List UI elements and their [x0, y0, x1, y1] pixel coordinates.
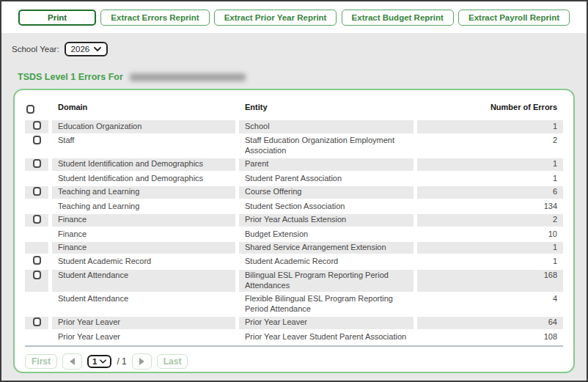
chevron-down-icon [94, 47, 101, 51]
table-row: FinanceBudget Extension10 [25, 228, 563, 240]
entity-column-header: Entity [239, 100, 414, 119]
row-checkbox[interactable] [33, 121, 41, 130]
row-checkbox[interactable] [33, 187, 41, 196]
number-of-errors-cell: 1 [417, 255, 563, 268]
table-row: Teaching and LearningStudent Section Ass… [25, 200, 563, 213]
entity-cell: Course Offering [239, 186, 414, 199]
previous-page-button[interactable] [62, 353, 82, 370]
entity-cell: Parent [239, 158, 414, 172]
domain-cell: Teaching and Learning [52, 200, 235, 213]
select-all-checkbox[interactable] [26, 105, 34, 114]
number-of-errors-cell: 1 [417, 242, 563, 254]
table-row: Student Identification and DemographicsP… [25, 158, 563, 172]
entity-cell: School [239, 120, 414, 133]
school-year-select[interactable]: 2026 [65, 42, 109, 56]
domain-cell: Staff [52, 135, 235, 157]
domain-cell: Finance [52, 214, 235, 227]
row-checkbox[interactable] [33, 136, 41, 144]
row-checkbox[interactable] [33, 215, 41, 224]
row-select-cell [25, 331, 48, 343]
triangle-right-icon [139, 358, 144, 365]
domain-cell: Education Organization [52, 120, 235, 133]
main-content: School Year: 2026 TSDS Level 1 Errors Fo… [1, 33, 587, 381]
row-select-cell [25, 228, 48, 240]
row-select-cell [25, 255, 48, 268]
filter-row: School Year: 2026 [12, 42, 576, 56]
entity-cell: Student Section Association [239, 200, 414, 213]
next-page-button[interactable] [132, 353, 152, 370]
table-row: Student Identification and DemographicsS… [25, 172, 563, 185]
domain-cell: Teaching and Learning [52, 186, 235, 199]
total-pages-label: / 1 [117, 356, 126, 367]
domain-cell: Student Identification and Demographics [52, 158, 235, 172]
number-of-errors-cell: 10 [417, 228, 563, 240]
entity-cell: Prior Year Leaver [239, 317, 414, 330]
table-row: Student AttendanceBilingual ESL Program … [25, 270, 563, 292]
domain-cell: Prior Year Leaver [52, 331, 235, 343]
page-title-text: TSDS Level 1 Errors For [18, 72, 123, 82]
domain-cell: Student Identification and Demographics [52, 172, 235, 185]
row-select-cell [25, 158, 48, 172]
row-checkbox[interactable] [33, 256, 41, 265]
number-of-errors-cell: 108 [417, 331, 563, 343]
number-of-errors-cell: 2 [417, 135, 563, 157]
entity-cell: Prior Year Leaver Student Parent Associa… [239, 331, 414, 343]
toolbar: Print Extract Errors Reprint Extract Pri… [1, 1, 587, 33]
pagination: First 1 / 1 Last [25, 353, 567, 370]
entity-cell: Shared Service Arrangement Extension [239, 242, 414, 254]
domain-cell: Student Attendance [52, 293, 235, 315]
table-row: Student Academic RecordStudent Academic … [25, 255, 563, 268]
number-of-errors-cell: 64 [417, 317, 563, 330]
print-button[interactable]: Print [18, 10, 96, 26]
domain-column-header: Domain [52, 100, 235, 119]
school-year-value: 2026 [71, 45, 90, 54]
number-of-errors-cell: 1 [417, 158, 563, 172]
number-of-errors-cell: 1 [417, 172, 563, 185]
domain-cell: Prior Year Leaver [52, 317, 235, 330]
last-page-button[interactable]: Last [157, 354, 188, 369]
domain-cell: Finance [52, 242, 235, 254]
table-bottom-divider [25, 345, 563, 347]
row-select-cell [25, 242, 48, 254]
chevron-down-icon [100, 359, 106, 364]
table-row: Teaching and LearningCourse Offering6 [25, 186, 563, 199]
number-of-errors-cell: 6 [417, 186, 563, 199]
triangle-left-icon [70, 358, 75, 365]
extract-payroll-reprint-button[interactable]: Extract Payroll Reprint [458, 10, 570, 26]
number-of-errors-column-header: Number of Errors [417, 100, 563, 119]
entity-cell: Staff Education Organization Employment … [239, 135, 414, 157]
table-header-row: Domain Entity Number of Errors [25, 100, 563, 119]
number-of-errors-cell: 2 [417, 214, 563, 227]
row-checkbox[interactable] [33, 159, 41, 168]
current-page-value: 1 [92, 357, 97, 366]
row-checkbox[interactable] [33, 317, 41, 326]
entity-cell: Budget Extension [239, 228, 414, 240]
page-number-select[interactable]: 1 [87, 355, 111, 368]
number-of-errors-cell: 1 [417, 120, 563, 133]
row-select-cell [25, 172, 48, 185]
table-row: Prior Year LeaverPrior Year Leaver Stude… [25, 331, 563, 343]
table-row: FinanceShared Service Arrangement Extens… [25, 242, 563, 254]
errors-panel: Domain Entity Number of Errors Education… [13, 89, 575, 373]
table-row: Student AttendanceFlexible Bilingual ESL… [25, 293, 563, 315]
row-select-cell [25, 214, 48, 227]
row-select-cell [25, 200, 48, 213]
row-select-cell [25, 120, 48, 133]
row-checkbox[interactable] [33, 271, 41, 279]
errors-table: Domain Entity Number of Errors Education… [21, 99, 567, 345]
number-of-errors-cell: 4 [417, 293, 563, 315]
first-page-button[interactable]: First [25, 354, 57, 369]
table-row: Prior Year LeaverPrior Year Leaver64 [25, 317, 563, 330]
domain-cell: Student Academic Record [52, 255, 235, 268]
number-of-errors-cell: 168 [417, 270, 563, 292]
extract-errors-reprint-button[interactable]: Extract Errors Reprint [100, 10, 209, 26]
error-table-body: Education OrganizationSchool1StaffStaff … [25, 120, 563, 343]
extract-prior-year-reprint-button[interactable]: Extract Prior Year Reprint [214, 10, 337, 26]
row-select-cell [25, 293, 48, 315]
entity-cell: Bilingual ESL Program Reporting Period A… [239, 270, 414, 292]
app-window: Print Extract Errors Reprint Extract Pri… [0, 0, 588, 382]
extract-budget-reprint-button[interactable]: Extract Budget Reprint [342, 10, 454, 26]
table-row: FinancePrior Year Actuals Extension2 [25, 214, 563, 227]
entity-cell: Prior Year Actuals Extension [239, 214, 414, 227]
row-select-cell [25, 270, 48, 292]
